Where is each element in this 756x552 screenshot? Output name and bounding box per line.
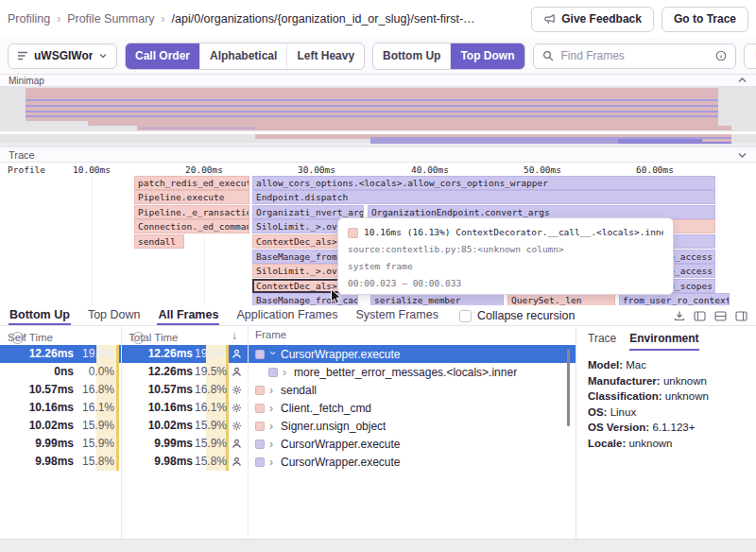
flamegraph-frame[interactable]: sendall [134,234,184,249]
flamegraph-frame[interactable]: SiloLimit._>.over [252,219,341,233]
ruler-tick: 10.00ms [63,164,120,175]
collapse-recursion-checkbox[interactable]: Collapse recursion [459,309,576,325]
direction-mode-bottom-up[interactable]: Bottom Up [373,43,450,69]
total-time-percent: 15.9% [195,417,229,435]
tooltip-source: source:contextlib.py:85:<unknown column> [348,241,663,258]
table-row[interactable]: 10.02ms15.9%10.02ms15.9%›Signer.unsign_o… [0,417,576,435]
search-input[interactable] [559,48,710,63]
env-field: OS Version: 6.1.123+ [588,420,745,436]
row-expander-icon[interactable]: › [267,351,279,357]
self-time-percent: 0.0% [77,363,119,381]
thread-selector[interactable]: uWSGIWor… [8,43,117,69]
row-expander-icon[interactable]: › [269,457,276,468]
top-bar-actions: Give Feedback Go to Trace [531,7,748,32]
frame-color-swatch [255,404,265,413]
system-frame-icon [232,403,242,413]
frame-color-swatch [255,440,265,449]
flamegraph-frame[interactable]: Pipeline.execute [134,190,249,204]
go-to-trace-button[interactable]: Go to Trace [662,7,748,32]
tab-application-frames[interactable]: Application Frames [235,306,338,325]
application-frame-icon [232,349,242,359]
find-frames-search [533,43,736,69]
row-expander-icon[interactable]: › [283,367,289,378]
tooltip-frame-type: system frame [348,258,663,275]
env-field: OS: Linux [588,405,745,421]
details-tab-trace[interactable]: Trace [588,332,616,351]
help-icon: ? [11,332,24,344]
tab-all-frames[interactable]: All Frames [157,306,219,325]
flamegraph-frame[interactable]: ContextDec_als>.i [252,234,341,249]
ruler-profile-label: Profile [8,164,45,175]
row-expander-icon[interactable]: › [269,403,276,414]
details-tab-environment[interactable]: Environment [629,332,698,351]
row-expander-icon[interactable]: › [269,439,276,450]
download-icon[interactable] [674,310,685,321]
sort-mode-left-heavy[interactable]: Left Heavy [286,43,364,69]
thread-list-icon [17,50,28,61]
details-panel: TraceEnvironment Model: MacManufacturer:… [576,326,756,539]
frame-color-swatch [255,386,265,395]
table-row[interactable]: 9.99ms15.9%9.99ms15.9%›CursorWrapper.exe… [0,435,576,453]
flamegraph-frame[interactable]: Endpoint.dispatch [252,190,715,204]
trace-header: Trace [0,147,756,163]
flamegraph-frame[interactable]: allow_cors_options.<locals>.allow_cors_o… [252,176,715,190]
table-row[interactable]: 0ns0.0%12.26ms19.5%›more_better_error_me… [0,363,576,381]
collapse-caret-down-icon[interactable] [737,151,747,159]
application-frame-icon [232,367,242,377]
layout-left-dock-icon[interactable] [694,311,706,321]
sort-mode-alphabetical[interactable]: Alphabetical [199,43,286,69]
table-row[interactable]: 10.57ms16.8%10.57ms16.8%›sendall [0,381,576,399]
flamegraph-frame[interactable]: Pipeline._e_ransaction [134,205,249,219]
flamegraph-frame[interactable]: SiloLimit._>.over [252,264,341,278]
row-expander-icon[interactable]: › [269,385,276,396]
tab-system-frames[interactable]: System Frames [354,306,439,325]
self-time-percent: 15.8% [77,453,119,471]
breadcrumb-profiling[interactable]: Profiling [8,12,50,26]
frame-name: CursorWrapper.execute [281,456,401,469]
minimap-block [370,139,618,144]
ruler-tick: 20.00ms [176,164,232,175]
search-icon [542,50,554,61]
mouse-cursor-icon [330,288,342,305]
flamegraph-frame[interactable]: patch_redis_ed_execute [134,176,249,190]
ruler-tick: 30.00ms [288,164,345,175]
chevron-down-icon [98,51,108,60]
total-time-value: 10.02ms [119,417,193,435]
chevron-right-icon: › [162,12,165,26]
table-row[interactable]: 9.98ms15.8%9.98ms15.8%›CursorWrapper.exe… [0,453,576,471]
system-frame-icon [232,421,242,431]
sort-mode-call-order[interactable]: Call Order [126,43,199,69]
tab-bottom-up[interactable]: Bottom Up [9,306,71,325]
flamegraph-canvas[interactable]: 10.16ms (16.13%) ContextDecorator.__call… [0,176,756,305]
flamegraph-frame[interactable] [672,234,715,249]
panel-layout-controls [674,310,747,325]
layout-right-dock-icon[interactable] [735,311,747,321]
self-time-value: 0ns [0,363,74,381]
direction-mode-top-down[interactable]: Top Down [450,43,524,69]
collapse-caret-up-icon[interactable] [737,77,747,84]
trace-title: Trace [9,149,35,161]
total-time-value: 9.99ms [119,435,193,453]
system-frame-icon [232,385,242,395]
self-time-value: 9.98ms [0,453,74,471]
minimap-canvas[interactable] [0,87,756,147]
reset-zoom-button[interactable]: Reset Zoom [744,43,756,69]
flamegraph-frame[interactable]: Connection._ed_command [134,219,249,233]
breadcrumb-profile-summary[interactable]: Profile Summary [67,12,154,26]
table-row[interactable]: 12.26ms19.5%12.26ms19.5%›CursorWrapper.e… [0,345,576,363]
sort-direction-icon[interactable]: ↓ [232,329,237,342]
bottom-tab-bar: Bottom UpTop Down All FramesApplication … [0,305,756,326]
layout-bottom-dock-icon[interactable] [714,311,727,321]
frame-column-header[interactable]: Frame [255,329,286,340]
flamegraph-frame[interactable]: ContextDec_als>.i [252,279,341,293]
total-time-percent: 16.1% [195,399,229,417]
row-expander-icon[interactable]: › [269,421,276,432]
flamegraph-frame[interactable] [670,219,715,233]
total-time-percent: 15.8% [195,453,229,471]
bottom-scrollbar-track[interactable] [0,539,756,552]
give-feedback-button[interactable]: Give Feedback [531,7,654,32]
table-row[interactable]: 10.16ms16.1%10.16ms16.1%›Client._fetch_c… [0,399,576,417]
tab-top-down[interactable]: Top Down [87,306,142,325]
table-scrollbar[interactable] [567,349,570,426]
flamegraph-frame[interactable]: BaseManage_from_c [252,250,341,264]
